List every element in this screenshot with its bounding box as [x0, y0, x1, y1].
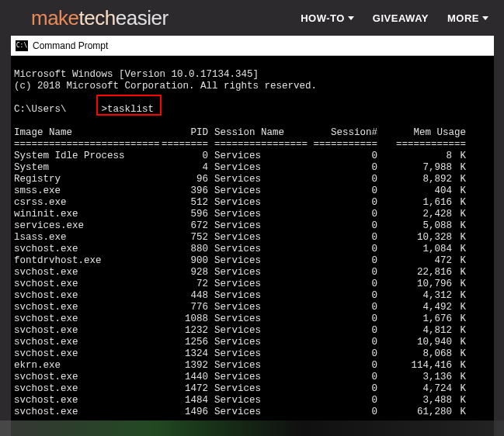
nav-giveaway[interactable]: GIVEAWAY	[373, 12, 429, 24]
logo-part-3: easier	[116, 6, 169, 29]
cell-pid: 396	[162, 185, 208, 197]
cell-mem: 4,492	[377, 302, 452, 313]
cell-snum: 0	[312, 209, 377, 220]
table-row: svchost.exe1324Services08,068K	[14, 348, 491, 360]
cell-snum: 0	[312, 255, 377, 267]
table-header: Image NamePIDSession NameSession#Mem Usa…	[14, 127, 491, 139]
cell-name: svchost.exe	[14, 407, 162, 418]
cell-pid: 880	[162, 244, 208, 255]
cell-name: ekrn.exe	[14, 360, 162, 372]
cell-session: Services	[208, 348, 312, 360]
cell-mem: 8,068	[377, 348, 452, 360]
hdr-session: Session Name	[208, 127, 312, 139]
cell-snum: 0	[312, 151, 377, 162]
site-logo[interactable]: maketecheasier	[31, 6, 169, 30]
cell-name: svchost.exe	[14, 383, 162, 395]
hdr-mem: Mem Usage	[377, 127, 466, 139]
cell-memk: K	[452, 232, 466, 244]
cell-pid: 1232	[162, 325, 208, 337]
cell-mem: 3,136	[377, 372, 452, 383]
table-row: svchost.exe1496Services061,280K	[14, 407, 491, 418]
cell-pid: 672	[162, 220, 208, 232]
chevron-down-icon	[348, 16, 354, 20]
cell-memk: K	[452, 383, 466, 395]
table-row: svchost.exe776Services04,492K	[14, 302, 491, 313]
cell-session: Services	[208, 325, 312, 337]
cell-mem: 10,796	[377, 279, 452, 290]
chevron-down-icon	[482, 16, 488, 20]
cell-snum: 0	[312, 232, 377, 244]
cell-session: Services	[208, 197, 312, 209]
cell-session: Services	[208, 395, 312, 407]
cell-session: Services	[208, 220, 312, 232]
cell-pid: 72	[162, 279, 208, 290]
cell-memk: K	[452, 302, 466, 313]
cell-name: System Idle Process	[14, 151, 162, 162]
table-row: wininit.exe596Services02,428K	[14, 209, 491, 220]
cell-session: Services	[208, 232, 312, 244]
table-row: svchost.exe880Services01,084K	[14, 244, 491, 255]
cell-session: Services	[208, 209, 312, 220]
cell-memk: K	[452, 197, 466, 209]
cell-snum: 0	[312, 383, 377, 395]
table-row: svchost.exe1232Services04,812K	[14, 325, 491, 337]
table-row: svchost.exe928Services022,816K	[14, 267, 491, 279]
cell-mem: 114,416	[377, 360, 452, 372]
cell-name: svchost.exe	[14, 290, 162, 302]
cell-snum: 0	[312, 337, 377, 348]
cell-name: svchost.exe	[14, 395, 162, 407]
nav-more[interactable]: MORE	[447, 12, 488, 24]
cell-name: svchost.exe	[14, 325, 162, 337]
cell-mem: 5,088	[377, 220, 452, 232]
prompt-command: >tasklist	[102, 104, 155, 115]
cell-snum: 0	[312, 395, 377, 407]
cell-mem: 10,328	[377, 232, 452, 244]
table-row: System Idle Process0Services08K	[14, 151, 491, 162]
cell-memk: K	[452, 220, 466, 232]
nav-howto[interactable]: HOW-TO	[301, 12, 354, 24]
cell-mem: 1,676	[377, 313, 452, 325]
cell-name: svchost.exe	[14, 313, 162, 325]
cell-pid: 1472	[162, 383, 208, 395]
cell-session: Services	[208, 360, 312, 372]
table-row: svchost.exe1484Services03,488K	[14, 395, 491, 407]
command-prompt-window: C:\ Command Prompt Microsoft Windows [Ve…	[11, 36, 494, 436]
footer-thumbnails	[0, 420, 504, 436]
cell-memk: K	[452, 407, 466, 418]
nav-label: MORE	[447, 12, 479, 24]
hdr-snum: Session#	[312, 127, 377, 139]
cell-snum: 0	[312, 302, 377, 313]
cell-memk: K	[452, 360, 466, 372]
cell-pid: 512	[162, 197, 208, 209]
cell-session: Services	[208, 302, 312, 313]
version-line: Microsoft Windows [Version 10.0.17134.34…	[14, 69, 259, 80]
cell-memk: K	[452, 209, 466, 220]
terminal-output[interactable]: Microsoft Windows [Version 10.0.17134.34…	[11, 56, 494, 436]
cell-memk: K	[452, 313, 466, 325]
cell-session: Services	[208, 267, 312, 279]
cell-snum: 0	[312, 162, 377, 174]
cell-memk: K	[452, 267, 466, 279]
cell-memk: K	[452, 325, 466, 337]
hdr-image: Image Name	[14, 127, 162, 139]
cell-mem: 1,084	[377, 244, 452, 255]
cell-mem: 4,724	[377, 383, 452, 395]
cell-pid: 928	[162, 267, 208, 279]
table-row: smss.exe396Services0404K	[14, 185, 491, 197]
table-row: csrss.exe512Services01,616K	[14, 197, 491, 209]
titlebar[interactable]: C:\ Command Prompt	[11, 36, 494, 56]
cell-session: Services	[208, 313, 312, 325]
cell-name: services.exe	[14, 220, 162, 232]
cell-session: Services	[208, 290, 312, 302]
cell-mem: 7,988	[377, 162, 452, 174]
cell-name: svchost.exe	[14, 348, 162, 360]
cell-name: Registry	[14, 174, 162, 185]
cell-pid: 1440	[162, 372, 208, 383]
cell-session: Services	[208, 185, 312, 197]
cell-pid: 1484	[162, 395, 208, 407]
site-header: maketecheasier HOW-TO GIVEAWAY MORE	[0, 0, 504, 36]
cell-snum: 0	[312, 407, 377, 418]
table-row: fontdrvhost.exe900Services0472K	[14, 255, 491, 267]
cell-mem: 2,428	[377, 209, 452, 220]
cell-pid: 776	[162, 302, 208, 313]
